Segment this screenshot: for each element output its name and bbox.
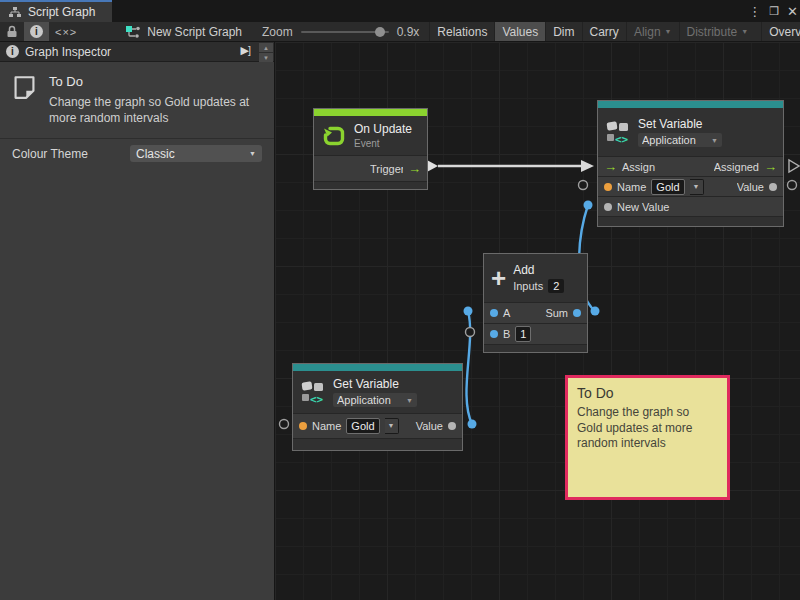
name-port-dot[interactable] [299, 422, 307, 430]
info-icon: i [30, 25, 43, 38]
node-footer [484, 344, 587, 352]
value-wire-value-to-a[interactable] [466, 311, 472, 424]
new-script-graph-button[interactable]: New Script Graph [119, 22, 248, 42]
zoom-label: Zoom [262, 25, 293, 39]
toolbar: i <×> New Script Graph Zoom 0.9x Relatio… [0, 22, 800, 42]
todo-summary: To Do Change the graph so Gold updates a… [0, 62, 274, 139]
overview-label: Overview [769, 25, 800, 39]
variable-name-dropdown[interactable]: ▼ [385, 418, 399, 434]
relations-label: Relations [437, 25, 487, 39]
sticky-note-line: Change the graph so [577, 405, 718, 421]
todo-title: To Do [49, 74, 264, 89]
relations-button[interactable]: Relations [429, 22, 494, 42]
value-port-label: Value [416, 420, 443, 432]
lock-icon [6, 25, 18, 38]
b-port-label: B [503, 328, 510, 340]
dock-panel-icon[interactable]: ▶] [240, 44, 250, 57]
update-loop-icon [321, 123, 347, 149]
panel-scrollbar[interactable]: ▲ ▼ [259, 43, 273, 62]
inspector-toggle-button[interactable]: i [24, 22, 49, 42]
variable-scope-dropdown[interactable]: Application ▼ [333, 393, 417, 407]
value-port-dot[interactable] [769, 183, 777, 191]
add-node[interactable]: + Add Inputs 2 A Sum B [483, 253, 588, 353]
new-value-port-dot[interactable] [604, 203, 612, 211]
colour-theme-value: Classic [136, 147, 175, 161]
colour-theme-row: Colour Theme Classic ▼ [0, 139, 274, 168]
zoom-slider[interactable] [301, 31, 389, 33]
window-menu-icon[interactable]: ⋮ [748, 4, 761, 19]
svg-text:<>: <> [310, 393, 324, 405]
scroll-up-icon[interactable]: ▲ [259, 43, 273, 52]
name-port-label: Name [312, 420, 341, 432]
align-button[interactable]: Align▼ [626, 22, 679, 42]
close-icon[interactable]: ✕ [787, 4, 798, 19]
flow-arrow-icon[interactable]: → [604, 160, 617, 173]
colour-theme-dropdown[interactable]: Classic ▼ [130, 145, 262, 162]
zoom-value: 0.9x [397, 25, 420, 39]
value-port-label: Value [737, 181, 764, 193]
chevron-down-icon: ▼ [711, 137, 718, 144]
values-label: Values [502, 25, 538, 39]
variable-colorbar [598, 101, 783, 108]
script-graph-icon [125, 25, 141, 39]
a-input-port-marker[interactable] [464, 307, 473, 316]
distribute-button[interactable]: Distribute▼ [679, 22, 756, 42]
inputs-count-stepper[interactable]: 2 [548, 279, 564, 293]
variable-name-value[interactable]: Gold [346, 418, 379, 434]
info-icon: i [6, 45, 19, 58]
getvalue-output-port-marker[interactable] [468, 420, 477, 429]
setname-input-port-marker[interactable] [579, 181, 588, 190]
value-port-dot[interactable] [448, 422, 456, 430]
lock-button[interactable] [0, 22, 24, 42]
sum-output-port-marker[interactable] [591, 307, 600, 316]
inputs-label: Inputs [513, 280, 543, 292]
flow-arrow-icon[interactable]: → [764, 160, 777, 173]
b-port-dot[interactable] [490, 330, 498, 338]
a-port-dot[interactable] [490, 309, 498, 317]
values-button[interactable]: Values [494, 22, 545, 42]
assigned-port-label: Assigned [714, 161, 759, 173]
b-value-field[interactable]: 1 [515, 326, 531, 342]
node-title: On Update [354, 122, 412, 136]
trigger-port-label: Trigger [370, 163, 403, 175]
control-wire-arrowhead [581, 160, 594, 172]
getname-input-port-marker[interactable] [280, 420, 289, 429]
sticky-note-icon [12, 72, 37, 104]
a-port-label: A [503, 307, 510, 319]
event-colorbar [314, 109, 427, 116]
maximize-icon[interactable]: ❒ [769, 5, 779, 18]
on-update-node[interactable]: On Update Event Trigger → [313, 108, 428, 190]
setvalue-output-port-marker[interactable] [788, 181, 797, 190]
tab-script-graph[interactable]: Script Graph [0, 0, 112, 22]
node-footer [293, 438, 462, 450]
b-input-port-marker[interactable] [466, 328, 475, 337]
overview-button[interactable]: Overview [761, 22, 800, 42]
chevron-down-icon: ▼ [249, 150, 256, 157]
scope-value: Application [337, 394, 391, 406]
title-bar: Script Graph ⋮ ❒ ✕ [0, 0, 800, 22]
set-variable-node[interactable]: <> Set Variable Application ▼ → Assign A… [597, 100, 784, 227]
name-port-dot[interactable] [604, 183, 612, 191]
dim-button[interactable]: Dim [545, 22, 581, 42]
sum-port-dot[interactable] [573, 309, 581, 317]
todo-description: Change the graph so Gold updates at more… [49, 95, 264, 126]
assigned-output-port-marker[interactable] [789, 160, 799, 172]
sticky-note[interactable]: To Do Change the graph so Gold updates a… [565, 375, 730, 500]
zoom-slider-handle[interactable] [375, 27, 385, 37]
get-variable-node[interactable]: <> Get Variable Application ▼ Name Gold … [292, 363, 463, 451]
variable-scope-dropdown[interactable]: Application ▼ [638, 133, 722, 147]
flow-arrow-icon[interactable]: → [408, 162, 421, 175]
new-script-graph-label: New Script Graph [147, 25, 242, 39]
carry-button[interactable]: Carry [582, 22, 626, 42]
code-preview-button[interactable]: <×> [49, 22, 83, 42]
variable-name-dropdown[interactable]: ▼ [690, 179, 704, 195]
node-title: Get Variable [333, 377, 417, 391]
scroll-down-icon[interactable]: ▼ [259, 53, 273, 62]
newvalue-input-port-marker[interactable] [584, 201, 593, 210]
graph-canvas[interactable]: On Update Event Trigger → <> Set Variabl… [275, 42, 800, 600]
graph-inspector-title: Graph Inspector [25, 45, 111, 59]
variable-name-value[interactable]: Gold [651, 179, 684, 195]
node-footer [598, 216, 783, 226]
graph-tab-icon [8, 6, 22, 18]
name-port-label: Name [617, 181, 646, 193]
